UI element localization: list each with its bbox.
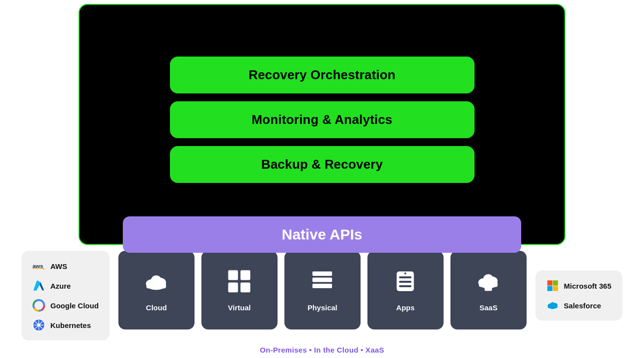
svg-rect-31 — [399, 281, 412, 283]
azure-icon — [32, 279, 45, 292]
saas-label: SaaS — [479, 303, 498, 312]
svg-rect-30 — [399, 276, 412, 278]
left-providers-panel: aws AWS Azure — [22, 251, 109, 340]
svg-point-33 — [404, 272, 406, 274]
svg-rect-32 — [399, 285, 412, 287]
svg-marker-4 — [40, 282, 45, 291]
main-container: Recovery Orchestration Monitoring & Anal… — [0, 0, 644, 358]
svg-rect-40 — [547, 280, 552, 285]
apps-tile: Apps — [367, 251, 444, 329]
google-cloud-icon — [32, 299, 45, 312]
native-apis-label: Native APIs — [282, 226, 363, 242]
aws-row: aws AWS — [32, 260, 98, 272]
microsoft365-icon — [546, 279, 559, 292]
virtual-tile: Virtual — [201, 251, 278, 329]
backup-recovery-pill: Backup & Recovery — [170, 146, 475, 183]
bottom-section: aws AWS Azure — [0, 251, 644, 340]
apps-icon — [393, 269, 418, 298]
microsoft365-label: Microsoft 365 — [564, 282, 612, 290]
svg-rect-25 — [241, 282, 251, 292]
recovery-orchestration-label: Recovery Orchestration — [249, 67, 395, 82]
svg-rect-26 — [312, 271, 332, 276]
monitoring-analytics-label: Monitoring & Analytics — [252, 112, 392, 127]
cloud-tile: Cloud — [118, 251, 195, 329]
svg-rect-28 — [312, 284, 332, 288]
svg-point-16 — [37, 324, 40, 327]
virtual-label: Virtual — [228, 303, 251, 312]
platform-box: Recovery Orchestration Monitoring & Anal… — [79, 4, 565, 245]
svg-rect-39 — [485, 285, 492, 291]
svg-rect-41 — [553, 280, 558, 285]
svg-marker-2 — [43, 268, 45, 269]
apps-label: Apps — [396, 303, 415, 312]
salesforce-row: Salesforce — [546, 299, 612, 312]
footer-text-label: On-Premises • In the Cloud • XaaS — [260, 346, 384, 354]
virtual-icon — [227, 269, 252, 298]
svg-point-37 — [483, 274, 494, 284]
cloud-icon — [144, 269, 168, 298]
footer-deployment-options: On-Premises • In the Cloud • XaaS — [0, 346, 644, 354]
kubernetes-icon — [32, 319, 45, 331]
microsoft365-row: Microsoft 365 — [546, 279, 612, 292]
native-apis-bar: Native APIs — [123, 216, 521, 253]
physical-tile: Physical — [284, 251, 361, 329]
monitoring-analytics-pill: Monitoring & Analytics — [170, 101, 475, 138]
kubernetes-label: Kubernetes — [50, 321, 91, 329]
physical-label: Physical — [308, 303, 337, 312]
azure-label: Azure — [50, 282, 71, 290]
svg-rect-43 — [553, 286, 558, 291]
svg-rect-1 — [33, 268, 44, 269]
google-cloud-label: Google Cloud — [50, 301, 98, 310]
cloud-label: Cloud — [146, 303, 167, 312]
right-partners-panel: Microsoft 365 Salesforce — [535, 270, 622, 321]
svg-rect-24 — [228, 282, 238, 292]
aws-icon: aws — [32, 260, 45, 272]
svg-rect-22 — [228, 270, 238, 280]
backup-recovery-label: Backup & Recovery — [261, 157, 383, 172]
svg-rect-21 — [146, 284, 166, 288]
svg-rect-42 — [547, 286, 552, 291]
tiles-row: Cloud Virtual — [118, 251, 527, 329]
svg-text:aws: aws — [33, 263, 44, 269]
azure-row: Azure — [32, 279, 98, 292]
kubernetes-row: Kubernetes — [32, 319, 98, 331]
google-cloud-row: Google Cloud — [32, 299, 98, 312]
aws-label: AWS — [50, 262, 67, 270]
salesforce-label: Salesforce — [564, 301, 601, 310]
svg-rect-23 — [241, 270, 251, 280]
svg-marker-5 — [34, 280, 41, 290]
svg-rect-27 — [312, 277, 332, 282]
svg-rect-48 — [548, 306, 558, 308]
salesforce-icon — [546, 299, 559, 312]
saas-tile: SaaS — [450, 251, 527, 329]
physical-icon — [310, 269, 335, 298]
recovery-orchestration-pill: Recovery Orchestration — [170, 57, 475, 93]
saas-icon — [476, 269, 501, 298]
